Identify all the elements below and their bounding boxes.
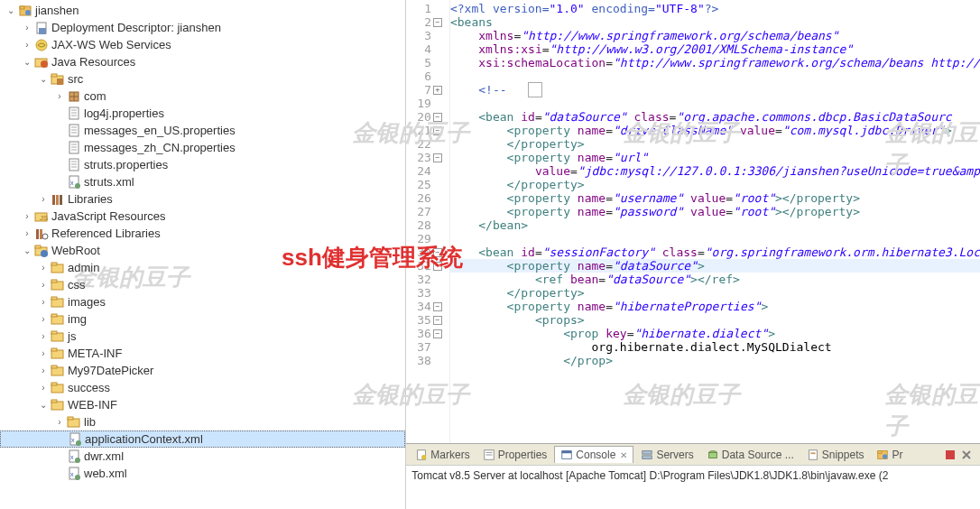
twisty-icon[interactable]: ⌄ <box>20 244 34 258</box>
tab-snippets[interactable]: Snippets <box>801 447 870 463</box>
tab-servers[interactable]: Servers <box>635 447 698 463</box>
tree-item[interactable]: ⌄WebRoot <box>0 242 405 259</box>
code-line[interactable] <box>450 232 980 245</box>
twisty-icon[interactable]: › <box>36 312 51 327</box>
tree-item[interactable]: ›img <box>0 310 405 328</box>
twisty-icon[interactable]: › <box>36 295 51 310</box>
twisty-icon[interactable] <box>52 124 67 138</box>
tree-item[interactable]: ›lib <box>0 413 405 430</box>
tree-item[interactable]: messages_zh_CN.properties <box>0 139 405 156</box>
code-line[interactable]: <prop key="hibernate.dialect"> <box>450 327 980 340</box>
twisty-icon[interactable]: › <box>36 192 51 207</box>
tab-datasource[interactable]: Data Source ... <box>701 447 800 463</box>
twisty-icon[interactable] <box>52 141 67 155</box>
twisty-icon[interactable]: › <box>20 38 34 52</box>
code-line[interactable]: value="jdbc:mysql://127.0.0.1:3306/jians… <box>450 164 980 178</box>
twisty-icon[interactable]: › <box>52 89 67 104</box>
twisty-icon[interactable]: › <box>52 415 67 430</box>
code-line[interactable]: <ref bean="dataSource"></ref> <box>450 273 980 286</box>
tree-item[interactable]: messages_en_US.properties <box>0 122 405 139</box>
fold-icon[interactable]: − <box>433 248 442 257</box>
code-line[interactable]: <bean id="sessionFactory" class="org.spr… <box>450 245 980 259</box>
stop-icon[interactable] <box>944 449 957 461</box>
tree-item[interactable]: ›JavaScript Resources <box>0 208 405 225</box>
code-line[interactable]: </property> <box>450 137 980 151</box>
twisty-icon[interactable]: ⌄ <box>4 4 18 18</box>
tree-item[interactable]: applicationContext.xml <box>0 430 405 448</box>
code-line[interactable] <box>450 69 980 83</box>
tree-item[interactable]: ›com <box>0 88 405 105</box>
twisty-icon[interactable] <box>52 467 67 481</box>
fold-icon[interactable]: − <box>433 316 442 325</box>
tab-console[interactable]: Console✕ <box>554 446 633 463</box>
fold-icon[interactable]: + <box>433 86 442 95</box>
twisty-icon[interactable] <box>52 175 67 190</box>
console-output[interactable]: Tomcat v8.5 Server at localhost [Apache … <box>406 466 980 509</box>
fold-icon[interactable]: − <box>433 302 442 311</box>
twisty-icon[interactable] <box>52 449 67 464</box>
tree-item[interactable]: ⌄WEB-INF <box>0 396 405 413</box>
tree-item[interactable]: struts.xml <box>0 173 405 190</box>
fold-icon[interactable]: − <box>433 329 442 338</box>
code-line[interactable]: xsi:schemaLocation="http://www.springfra… <box>450 56 980 69</box>
code-line[interactable]: </property> <box>450 178 980 191</box>
twisty-icon[interactable] <box>52 106 67 121</box>
twisty-icon[interactable] <box>53 432 68 447</box>
tree-item[interactable]: ›Deployment Descriptor: jianshen <box>0 19 405 36</box>
tree-item[interactable]: ›images <box>0 293 405 310</box>
tree-item[interactable]: ›Referenced Libraries <box>0 225 405 242</box>
code-editor[interactable]: 12−34567+1920−21−2223−24252627282930−31−… <box>406 0 980 443</box>
tab-markers[interactable]: Markers <box>410 447 475 463</box>
code-line[interactable] <box>450 97 980 110</box>
twisty-icon[interactable]: › <box>36 278 51 292</box>
project-explorer[interactable]: ⌄jianshen›Deployment Descriptor: jianshe… <box>0 0 406 509</box>
tree-item[interactable]: ⌄src <box>0 70 405 88</box>
twisty-icon[interactable]: › <box>36 347 51 361</box>
code-line[interactable]: <props> <box>450 313 980 327</box>
tree-item[interactable]: ›JAX-WS Web Services <box>0 36 405 53</box>
fold-icon[interactable]: − <box>433 262 442 271</box>
tree-item[interactable]: ›My97DatePicker <box>0 362 405 379</box>
code-line[interactable]: <?xml version="1.0" encoding="UTF-8"?> <box>450 2 980 15</box>
code-line[interactable]: </property> <box>450 286 980 300</box>
code-line[interactable]: </bean> <box>450 218 980 232</box>
tree-item[interactable]: dwr.xml <box>0 448 405 465</box>
twisty-icon[interactable]: › <box>20 209 34 224</box>
code-line[interactable]: xmlns:xsi="http://www.w3.org/2001/XMLSch… <box>450 42 980 56</box>
twisty-icon[interactable]: › <box>36 261 51 275</box>
tree-item[interactable]: web.xml <box>0 465 405 482</box>
twisty-icon[interactable]: › <box>36 364 51 378</box>
fold-icon[interactable]: − <box>433 18 442 27</box>
code-line[interactable]: <property name="username" value="root"><… <box>450 191 980 205</box>
tree-item[interactable]: ›js <box>0 328 405 345</box>
tree-item[interactable]: ›META-INF <box>0 345 405 362</box>
tree-item[interactable]: ⌄jianshen <box>0 2 405 19</box>
twisty-icon[interactable]: › <box>20 21 34 35</box>
fold-icon[interactable]: − <box>433 126 442 135</box>
tree-item[interactable]: ⌄Java Resources <box>0 53 405 70</box>
code-line[interactable]: <property name="driverClassName" value="… <box>450 124 980 137</box>
tree-item[interactable]: ›success <box>0 379 405 396</box>
code-line[interactable]: <property name="password" value="root"><… <box>450 205 980 218</box>
code-line[interactable]: <!-- <box>450 83 980 97</box>
tree-item[interactable]: struts.properties <box>0 156 405 173</box>
tree-item[interactable]: ›admin <box>0 259 405 276</box>
fold-icon[interactable]: − <box>433 113 442 122</box>
tree-item[interactable]: ›css <box>0 276 405 293</box>
code-line[interactable]: org.hibernate.dialect.MySQLDialect <box>450 340 980 354</box>
twisty-icon[interactable]: ⌄ <box>36 398 51 412</box>
code-line[interactable]: <property name="url" <box>450 151 980 164</box>
tab-pr[interactable]: Pr <box>871 447 908 463</box>
twisty-icon[interactable] <box>52 158 67 172</box>
code-line[interactable]: </prop> <box>450 354 980 367</box>
tab-properties[interactable]: Properties <box>477 447 553 463</box>
code-line[interactable]: <property name="hibernateProperties"> <box>450 300 980 313</box>
code-line[interactable]: <property name="dataSource"> <box>450 259 980 273</box>
twisty-icon[interactable]: › <box>36 329 51 344</box>
twisty-icon[interactable]: › <box>20 227 34 241</box>
code-line[interactable]: <bean id="dataSource" class="org.apache.… <box>450 110 980 124</box>
fold-icon[interactable]: − <box>433 153 442 162</box>
remove-icon[interactable] <box>960 449 973 461</box>
tree-item[interactable]: ›Libraries <box>0 190 405 208</box>
twisty-icon[interactable]: ⌄ <box>36 72 51 87</box>
